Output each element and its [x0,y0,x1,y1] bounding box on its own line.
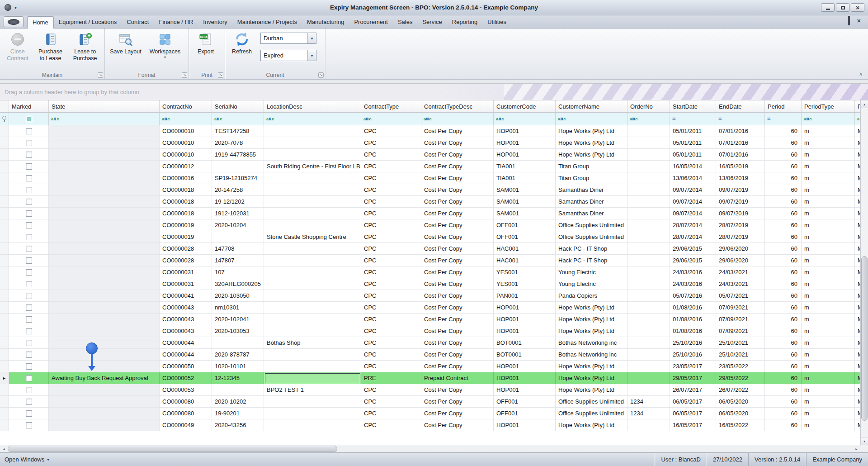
tab-reporting[interactable]: Reporting [447,16,482,28]
table-row[interactable]: CO00000501020-10101CPCCost Per CopyHOP00… [0,361,860,372]
tab-maintenance-projects[interactable]: Maintenance / Projects [232,16,302,28]
row-checkbox[interactable] [26,257,32,264]
table-row[interactable]: CO00000802020-10202CPCCost Per CopyOFF00… [0,396,860,408]
column-header-customerCode[interactable]: CustomerCode [494,100,556,112]
table-row[interactable]: CO0000028147807CPCCost Per CopyHAC001Hac… [0,255,860,266]
row-checkbox[interactable] [26,410,32,417]
row-checkbox[interactable] [26,246,32,252]
tab-utilities[interactable]: Utilities [482,16,511,28]
column-header-contractNo[interactable]: ContractNo [160,100,212,112]
bpo-logo[interactable] [4,16,24,27]
column-header-endDate[interactable]: EndDate [716,100,765,112]
row-checkbox[interactable] [26,352,32,358]
row-checkbox[interactable] [26,316,32,323]
branch-combobox[interactable]: Durban ▾ [260,33,316,44]
purchase-to-lease-button[interactable]: Purchase to Lease [33,29,68,71]
mdi-restore-button[interactable] [848,17,850,25]
table-row[interactable]: CO00000102020-7078CPCCost Per CopyHOP001… [0,137,860,149]
column-header-periCut[interactable]: Peri [855,100,860,112]
filter-cell-customerName[interactable]: ac [556,113,627,125]
status-combobox[interactable]: Expired ▾ [260,50,316,61]
row-checkbox[interactable] [26,199,32,205]
row-checkbox[interactable] [26,293,32,299]
table-row[interactable]: CO0000031320AREG000205CPCCost Per CopyYE… [0,278,860,290]
row-checkbox[interactable] [26,304,32,311]
mdi-close-button[interactable]: × [857,18,861,24]
table-row[interactable]: ►Awaiting Buy Back Request ApprovalCO000… [0,372,860,384]
row-checkbox[interactable] [26,140,32,146]
column-header-contractType[interactable]: ContractType [361,100,421,112]
filter-cell-state[interactable]: ac [49,113,160,125]
column-header-locationDesc[interactable]: LocationDesc [264,100,361,112]
row-checkbox[interactable] [26,152,32,158]
close-contract-button[interactable]: Close Contract [2,29,33,71]
group-by-panel[interactable]: Drag a column header here to group by th… [0,83,868,100]
horizontal-scrollbar[interactable]: ◄ ► [0,445,868,452]
filter-cell-periCut[interactable]: ac [855,113,860,125]
row-checkbox[interactable] [26,375,32,381]
tab-service[interactable]: Service [417,16,447,28]
column-header-serialNo[interactable]: SerialNo [212,100,264,112]
filter-cell-contractType[interactable]: ac [361,113,421,125]
filter-cell-startDate[interactable]: = [670,113,716,125]
filter-cell-period[interactable]: = [765,113,802,125]
row-checkbox[interactable] [26,222,32,228]
row-checkbox[interactable] [26,187,32,193]
column-header-orderNo[interactable]: OrderNo [627,100,670,112]
tab-sales[interactable]: Sales [393,16,418,28]
quick-access-caret-icon[interactable]: ▾ [14,5,17,10]
horizontal-scrollbar-track[interactable] [8,445,853,452]
branch-combobox-dropdown-icon[interactable]: ▾ [307,33,316,43]
row-checkbox[interactable] [26,387,32,393]
row-checkbox[interactable] [26,128,32,134]
ribbon-collapse-icon[interactable]: ∧ [859,71,863,77]
row-checkbox[interactable] [26,340,32,346]
table-row[interactable]: CO00000442020-878787CPCCost Per CopyBOT0… [0,349,860,361]
column-header-state[interactable]: State [49,100,160,112]
scroll-left-icon[interactable]: ◄ [0,445,8,452]
save-layout-button[interactable]: Save Layout [107,29,145,71]
table-row[interactable]: CO0000028147708CPCCost Per CopyHAC001Hac… [0,243,860,255]
column-header-marked[interactable]: Marked [9,100,49,112]
dialog-launcher-icon[interactable]: ↘ [218,72,223,78]
refresh-button[interactable]: Refresh [227,29,257,71]
lease-to-purchase-button[interactable]: Lease to Purchase [67,29,103,71]
row-checkbox[interactable] [26,269,32,276]
table-row[interactable]: CO00000181912-102031CPCCost Per CopySAM0… [0,208,860,219]
table-row[interactable]: CO00000492020-43256CPCCost Per CopyHOP00… [0,419,860,431]
filter-cell-serialNo[interactable]: ac [212,113,264,125]
filter-cell-endDate[interactable]: = [716,113,765,125]
row-checkbox[interactable] [26,363,32,370]
status-combobox-dropdown-icon[interactable]: ▾ [307,50,316,61]
column-header-startDate[interactable]: StartDate [670,100,716,112]
filter-cell-orderNo[interactable]: ac [627,113,670,125]
table-row[interactable]: CO00000432020-102041CPCCost Per CopyHOP0… [0,314,860,325]
row-checkbox[interactable] [26,163,32,170]
dialog-launcher-icon[interactable]: ↘ [98,72,103,78]
tab-procurement[interactable]: Procurement [349,16,392,28]
tab-equipment-locations[interactable]: Equipment / Locations [54,16,122,28]
filter-cell-locationDesc[interactable]: ac [264,113,361,125]
dialog-launcher-icon[interactable]: ↘ [318,72,324,78]
horizontal-scrollbar-thumb[interactable] [8,446,337,452]
column-header-contractTypeDesc[interactable]: ContractTypeDesc [421,100,494,112]
filter-cell-contractNo[interactable]: ac [160,113,212,125]
row-checkbox[interactable] [26,210,32,217]
row-checkbox[interactable] [26,422,32,428]
maximize-button[interactable] [836,3,849,12]
table-row[interactable]: CO0000019Stone Castle Shopping CentreCPC… [0,231,860,243]
vertical-scrollbar[interactable]: ▲ ▼ [860,100,868,445]
table-row[interactable]: CO0000012South Riding Centre - First Flo… [0,161,860,172]
workspaces-button[interactable]: Workspaces ▼ [145,29,185,71]
table-row[interactable]: CO000001820-147258CPCCost Per CopySAM001… [0,184,860,196]
scroll-up-icon[interactable]: ▲ [861,100,868,108]
close-button[interactable]: × [851,3,864,12]
dialog-launcher-icon[interactable]: ↘ [182,72,187,78]
row-checkbox[interactable] [26,399,32,405]
app-icon[interactable] [5,4,11,11]
table-row[interactable]: CO00000412020-103050CPCCost Per CopyPAN0… [0,290,860,302]
scroll-right-icon[interactable]: ► [853,445,860,452]
vertical-scrollbar-thumb[interactable] [861,256,868,421]
filter-cell-customerCode[interactable]: ac [494,113,556,125]
tab-contract[interactable]: Contract [122,16,154,28]
